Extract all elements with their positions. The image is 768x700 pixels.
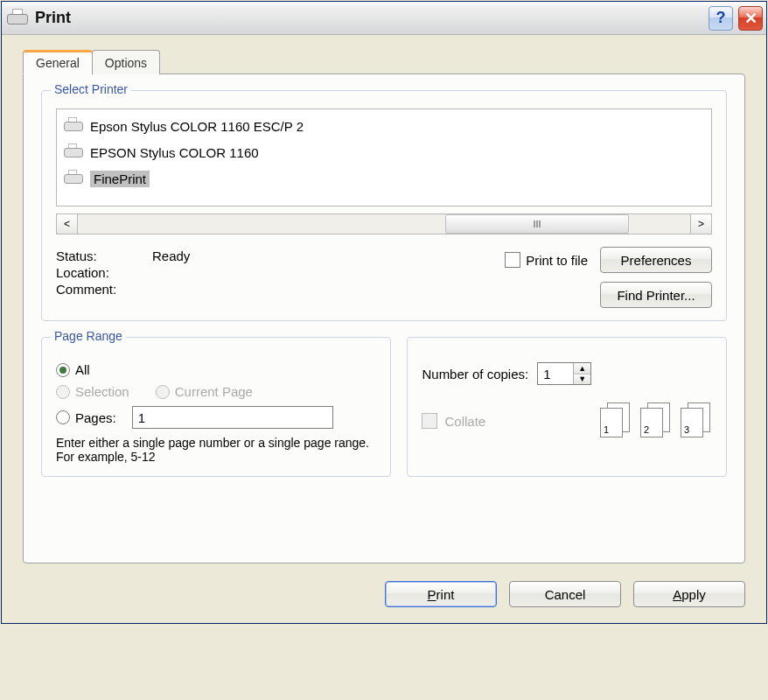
radio-selection	[56, 385, 70, 399]
help-icon: ?	[716, 9, 726, 27]
print-button[interactable]: Print	[385, 581, 497, 607]
spinner-up-button[interactable]: ▲	[574, 363, 590, 374]
status-value: Ready	[152, 248, 190, 263]
page-pair: 1 1	[600, 402, 632, 439]
radio-all-label: All	[75, 362, 90, 377]
printer-item-label: EPSON Stylus COLOR 1160	[90, 145, 259, 160]
printer-item[interactable]: EPSON Stylus COLOR 1160	[64, 139, 704, 165]
sheet-front: 1	[600, 408, 623, 438]
close-icon: ✕	[744, 9, 758, 28]
print-dialog-window: Print ? ✕ General Options Select Printer…	[1, 1, 767, 624]
status-label: Status:	[56, 248, 145, 263]
printer-item-label: Epson Stylus COLOR 1160 ESC/P 2	[90, 119, 304, 134]
checkbox-icon	[505, 252, 520, 268]
cancel-button[interactable]: Cancel	[509, 581, 621, 607]
collate-label: Collate	[444, 414, 485, 429]
printer-icon	[7, 9, 28, 28]
titlebar: Print ? ✕	[2, 2, 766, 35]
spinner-down-button[interactable]: ▼	[574, 374, 590, 385]
page-pair: 3 3	[681, 402, 712, 439]
tabstrip: General Options	[23, 50, 745, 74]
collate-checkbox	[422, 413, 437, 429]
radio-selection-label: Selection	[75, 384, 129, 399]
printer-listbox[interactable]: Epson Stylus COLOR 1160 ESC/P 2 EPSON St…	[56, 108, 712, 206]
page-range-hint: Enter either a single page number or a s…	[56, 436, 376, 464]
radio-current-page-label: Current Page	[175, 384, 253, 399]
printer-item[interactable]: Epson Stylus COLOR 1160 ESC/P 2	[64, 113, 704, 139]
comment-label: Comment:	[56, 282, 145, 297]
preferences-button[interactable]: Preferences	[600, 247, 712, 273]
apply-button[interactable]: Apply	[633, 581, 745, 607]
window-title: Print	[35, 9, 703, 27]
select-printer-legend: Select Printer	[51, 82, 131, 96]
printer-status-block: Status: Ready Location: Comment:	[56, 247, 492, 308]
printer-icon	[64, 117, 83, 135]
radio-pages[interactable]	[56, 410, 70, 424]
collate-illustration: 1 1 2 2 3 3	[600, 402, 712, 439]
scroll-left-button[interactable]: <	[57, 214, 78, 234]
copies-input[interactable]	[538, 363, 573, 384]
print-to-file-checkbox[interactable]: Print to file	[505, 252, 588, 268]
dialog-body: General Options Select Printer Epson Sty…	[2, 35, 766, 623]
printer-item[interactable]: FinePrint	[64, 165, 704, 192]
radio-all[interactable]	[56, 363, 70, 377]
tab-general-label: General	[36, 56, 80, 70]
scroll-thumb[interactable]	[445, 214, 629, 234]
tab-options[interactable]: Options	[92, 50, 160, 74]
find-printer-button[interactable]: Find Printer...	[600, 282, 712, 308]
sheet-front: 3	[681, 408, 703, 438]
copies-label: Number of copies:	[422, 367, 528, 382]
footer-buttons: Print Cancel Apply	[385, 581, 745, 607]
close-button[interactable]: ✕	[738, 6, 763, 31]
tab-page-general: Select Printer Epson Stylus COLOR 1160 E…	[23, 74, 745, 564]
page-range-legend: Page Range	[51, 329, 126, 343]
copies-spinner[interactable]: ▲ ▼	[537, 362, 591, 385]
location-label: Location:	[56, 265, 145, 280]
scroll-right-button[interactable]: >	[690, 214, 711, 234]
printer-list-hscrollbar[interactable]: < >	[56, 214, 712, 234]
printer-icon	[64, 144, 83, 161]
copies-group: x Number of copies: ▲ ▼	[407, 337, 727, 477]
pages-input[interactable]	[132, 406, 333, 429]
radio-current-page	[156, 385, 170, 399]
select-printer-group: Select Printer Epson Stylus COLOR 1160 E…	[41, 90, 727, 321]
sheet-front: 2	[640, 408, 663, 438]
page-pair: 2 2	[640, 402, 672, 439]
tab-general[interactable]: General	[23, 50, 93, 74]
radio-pages-label: Pages:	[75, 410, 116, 425]
spinner-buttons: ▲ ▼	[573, 363, 590, 384]
print-to-file-label: Print to file	[526, 253, 588, 268]
page-range-group: Page Range All Selection Current Page	[41, 337, 391, 477]
scroll-track[interactable]	[78, 214, 690, 234]
tab-options-label: Options	[105, 56, 147, 70]
printer-icon	[64, 170, 83, 187]
help-button[interactable]: ?	[709, 6, 733, 31]
printer-item-label: FinePrint	[90, 171, 150, 187]
